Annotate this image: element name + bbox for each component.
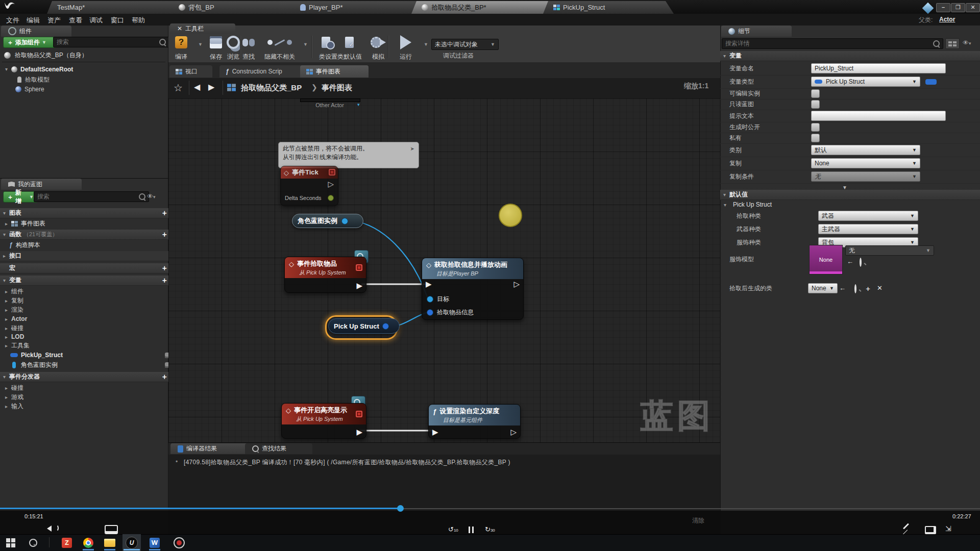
components-search-input[interactable]: 搜索 [53, 37, 169, 47]
subtitles-icon[interactable] [105, 525, 118, 534]
progress-remaining[interactable] [400, 508, 980, 509]
dispatchers-section-header[interactable]: ▾ 事件分发器 ＋ [0, 372, 174, 382]
exec-out-pin[interactable]: ▶ [356, 282, 362, 289]
float-pin[interactable] [328, 195, 334, 201]
tab-pickup-struct[interactable]: PickUp_Struct [543, 1, 674, 14]
node-set-custom-depth[interactable]: ƒ 设置渲染自定义深度 目标是基元组件 ▶ ▷ [428, 404, 521, 439]
container-type-button[interactable] [925, 79, 937, 85]
filter-eye-button[interactable]: 👁▾ [147, 193, 162, 201]
clothing-model-dropdown[interactable]: 无 ▼ [845, 245, 934, 256]
readonly-checkbox[interactable] [811, 100, 820, 109]
property-matrix-button[interactable] [945, 38, 960, 49]
exec-in-pin[interactable]: ▶ [426, 281, 432, 288]
menu-file[interactable]: 文件 [6, 16, 19, 25]
expander-icon[interactable]: ▾ [723, 192, 729, 197]
tab-viewport[interactable]: 视口 [169, 65, 212, 78]
volume-icon[interactable] [47, 524, 59, 533]
taskbar-search-icon[interactable] [27, 537, 40, 548]
category-actor[interactable]: ▸Actor [0, 314, 173, 323]
hide-unrelated-button[interactable]: 隐藏不相关 [258, 34, 302, 61]
use-selected-arrow-icon[interactable]: ← [839, 284, 846, 292]
variable-actor-ref[interactable]: 角色蓝图实例 [0, 360, 178, 369]
tab-backpack-bp[interactable]: 背包_BP [168, 1, 309, 14]
close-button[interactable]: ✕ [966, 3, 980, 12]
pickup-type-dropdown[interactable]: 武器 ▼ [818, 211, 918, 221]
graphs-section-header[interactable]: ▾ 图表 ＋ [0, 208, 174, 218]
exec-in-pin[interactable]: ▶ [432, 429, 438, 436]
exec-out-pin[interactable]: ▶ [356, 429, 362, 436]
tree-item-defaultsceneroot[interactable]: ▾ DefaultSceneRoot [0, 64, 173, 74]
node-event-tick[interactable]: ◇ 事件Tick ▷ Delta Seconds [280, 166, 338, 206]
dispatcher-collision[interactable]: ▸碰撞 [0, 383, 173, 392]
struct-default-header[interactable]: ▾ Pick Up Struct [724, 201, 772, 208]
expander-icon[interactable]: ▾ [724, 202, 730, 208]
my-blueprint-tab[interactable]: 我的蓝图 [1, 179, 82, 190]
menu-edit[interactable]: 编辑 [27, 16, 40, 25]
rewind-10-button[interactable]: ↺10 [448, 525, 458, 533]
node-get-pickup-info[interactable]: ◇ 获取拾取信息并播放动画 目标是Player BP ▶ ▷ 目标 拾取物品信息 [422, 258, 524, 320]
taskbar-explorer-icon[interactable] [103, 537, 116, 548]
components-self-row[interactable]: 拾取物品父类_BP（自身） [0, 50, 172, 60]
category-collision[interactable]: ▸碰撞 [0, 323, 173, 333]
breadcrumb-current[interactable]: 事件图表 [322, 83, 352, 93]
private-checkbox[interactable] [811, 134, 820, 142]
progress-played[interactable] [0, 508, 400, 509]
tree-item-pickup-model[interactable]: 拾取模型 [0, 75, 185, 84]
category-utilities[interactable]: ▸工具集 [0, 341, 173, 350]
expander-icon[interactable]: ▸ [3, 253, 9, 259]
category-rendering[interactable]: ▸渲染 [0, 305, 173, 314]
start-button[interactable] [4, 537, 17, 548]
tree-item-sphere[interactable]: Sphere [0, 85, 183, 94]
node-event-highlight[interactable]: ◇ 事件开启高亮显示 从 Pick Up System ▶ [281, 403, 366, 439]
parent-class-link[interactable]: Actor [939, 16, 955, 23]
compile-button[interactable]: ? 编译 [166, 34, 196, 61]
clothing-model-thumbnail[interactable]: None [809, 245, 843, 274]
tab-testmap[interactable]: TestMap* [47, 1, 188, 14]
tab-pickup-parent-bp[interactable]: 拾取物品父类_BP* [411, 1, 562, 14]
dispatcher-game[interactable]: ▸游戏 [0, 392, 173, 402]
category-dropdown[interactable]: 默认 ▼ [811, 145, 920, 155]
menu-view[interactable]: 查看 [69, 16, 82, 25]
exec-out-pin[interactable]: ▷ [513, 281, 520, 288]
add-component-button[interactable]: ＋ 添加组件 ▼ [3, 37, 56, 48]
exec-out-pin[interactable]: ▷ [328, 181, 334, 188]
macros-section-header[interactable]: ▸ 宏 ＋ [0, 263, 174, 273]
tab-player-bp[interactable]: Player_BP* [290, 1, 431, 14]
details-search-input[interactable]: 搜索详情 [722, 38, 943, 49]
variable-name-field[interactable]: PickUp_Struct [811, 63, 946, 73]
components-tab[interactable]: 组件 [1, 26, 71, 37]
node-event-pickup[interactable]: ◇ 事件拾取物品 从 Pick Up System ▶ [284, 257, 366, 293]
construction-script-item[interactable]: ƒ 构造脚本 [0, 240, 173, 249]
toolbar-tab[interactable]: ✕ 工具栏 [170, 23, 235, 34]
target-pin[interactable] [427, 296, 433, 303]
exec-out-pin[interactable]: ▷ [510, 429, 517, 436]
tab-construction-script[interactable]: ƒ Construction Scrip [219, 65, 308, 78]
category-lod[interactable]: ▸LOD [0, 332, 173, 341]
menu-debug[interactable]: 调试 [89, 16, 103, 25]
taskbar-app-notes[interactable]: Z [60, 537, 74, 548]
pip-icon[interactable] [925, 526, 936, 534]
menu-asset[interactable]: 资产 [47, 16, 61, 25]
expander-icon[interactable]: ▾ [723, 53, 729, 59]
clear-log-button[interactable]: 清除 [692, 516, 704, 525]
play-button[interactable]: 运行 [391, 34, 421, 61]
variable-section-header[interactable]: ▾ 变量 [720, 51, 980, 61]
expander-icon[interactable]: ▸ [5, 221, 11, 227]
expose-checkbox[interactable] [811, 123, 820, 132]
event-graph-item[interactable]: ▸ 事件图表 [0, 219, 173, 228]
struct-out-pin[interactable] [382, 323, 389, 330]
variables-section-header[interactable]: ▾ 变量 ＋ [0, 276, 174, 286]
tab-event-graph[interactable]: 事件图表 [300, 65, 369, 78]
weapon-type-dropdown[interactable]: 主武器 ▼ [818, 224, 918, 234]
replication-dropdown[interactable]: None ▼ [811, 158, 920, 168]
node-actor-ref-getter[interactable]: 角色蓝图实例 [292, 214, 363, 228]
category-replication[interactable]: ▸复制 [0, 296, 173, 305]
taskbar-unreal-icon[interactable]: U [125, 537, 138, 548]
expander-icon[interactable]: ▾ [3, 232, 9, 237]
new-button[interactable]: ＋ 新增 ▼ [3, 191, 38, 203]
playhead-handle[interactable] [397, 505, 404, 512]
expander-icon[interactable]: ▾ [3, 374, 9, 380]
functions-section-header[interactable]: ▾ 函数 （21可覆盖） ＋ [0, 230, 174, 240]
taskbar-recorder-icon[interactable] [173, 537, 186, 548]
details-filter-eye-button[interactable]: 👁▾ [963, 39, 971, 46]
